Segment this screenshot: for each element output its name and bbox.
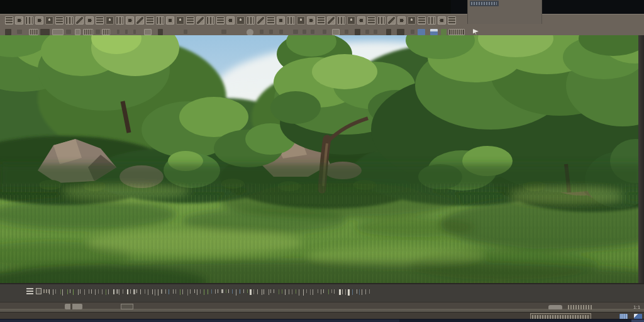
tool-icon[interactable] (17, 30, 22, 34)
tool-icon[interactable] (40, 29, 50, 35)
tool-icon[interactable] (411, 30, 414, 34)
toolbar-icon[interactable] (317, 16, 325, 25)
tool-icon[interactable] (133, 30, 136, 34)
tool-icon[interactable] (5, 29, 11, 35)
toolbar-icon[interactable] (126, 16, 134, 25)
render-viewport[interactable] (0, 35, 644, 283)
toolbar-icon[interactable] (418, 16, 426, 25)
toolbar-icon[interactable] (377, 16, 386, 25)
tool-icon[interactable] (260, 30, 264, 34)
field-chip[interactable] (448, 29, 465, 35)
tool-icon[interactable] (311, 30, 314, 34)
frame-button[interactable] (121, 304, 133, 309)
toolbar-icon[interactable] (75, 16, 84, 25)
toolbar-icon[interactable] (35, 16, 43, 25)
floating-panel[interactable] (467, 0, 542, 24)
bottom-edge-line (0, 319, 644, 322)
toolbar-icon[interactable] (226, 16, 235, 25)
toolbar-icon[interactable] (146, 16, 154, 25)
toolbar-icon[interactable] (55, 16, 64, 25)
toolbar-icon[interactable] (166, 16, 174, 25)
terrain-thumb-icon[interactable] (548, 305, 562, 309)
tool-icon[interactable] (365, 30, 369, 34)
toolbar-icon[interactable] (5, 16, 13, 25)
tool-icon[interactable] (269, 30, 273, 34)
toolbar-icon[interactable] (347, 16, 355, 25)
slider-handle[interactable] (65, 304, 82, 309)
toolbar-icon[interactable] (86, 16, 94, 25)
tool-icon[interactable] (332, 29, 340, 35)
toolbar-icon[interactable] (206, 16, 214, 25)
toolbar-icon[interactable] (387, 16, 396, 25)
toolbar-icon[interactable] (25, 16, 33, 25)
field-chip[interactable] (83, 29, 93, 35)
tool-icon[interactable] (52, 29, 64, 35)
tool-icon-green[interactable] (441, 29, 447, 35)
tool-icon[interactable] (117, 30, 119, 34)
tool-icon[interactable] (293, 30, 298, 34)
tool-icon[interactable] (397, 29, 404, 35)
toolbar-icon[interactable] (136, 16, 144, 25)
toolbar-icon[interactable] (438, 16, 446, 25)
tool-icon[interactable] (66, 30, 71, 34)
toolbar-icon[interactable] (267, 16, 275, 25)
toolbar-icon[interactable] (448, 16, 456, 25)
toolbar-icon[interactable] (297, 16, 305, 25)
timeline-tick (70, 289, 70, 293)
tool-icon[interactable] (345, 30, 348, 34)
timeline-tick (173, 289, 174, 294)
tool-icon[interactable] (279, 30, 283, 34)
toolbar-icon[interactable] (236, 16, 245, 25)
toolbar-icon[interactable] (216, 16, 225, 25)
timeline-tick (133, 289, 135, 294)
timeline-tick (228, 289, 229, 293)
tool-icon[interactable] (144, 29, 152, 35)
application-window: 1:1 (0, 0, 644, 322)
toolbar-icon[interactable] (287, 16, 295, 25)
toolbar-icon[interactable] (156, 16, 164, 25)
timeline-tick (253, 289, 254, 294)
toolbar-icon[interactable] (116, 16, 124, 25)
tool-icon-blue[interactable] (418, 29, 425, 35)
tool-icon-blue[interactable] (430, 29, 438, 35)
toolbar-icon[interactable] (337, 16, 345, 25)
toolbar-icon[interactable] (357, 16, 365, 25)
tool-icon[interactable] (386, 29, 391, 35)
timeline-bar[interactable] (0, 283, 644, 302)
timeline-tick (80, 289, 80, 294)
timeline-tick (190, 289, 191, 294)
tool-icon[interactable] (158, 29, 163, 35)
toolbar-icon[interactable] (106, 16, 114, 25)
toolbar-icon[interactable] (307, 16, 315, 25)
toolbar-icon[interactable] (186, 16, 194, 25)
toolbar-icon[interactable] (15, 16, 23, 25)
field-chip[interactable] (102, 29, 110, 35)
timeline-tick (328, 289, 329, 294)
tool-icon[interactable] (355, 29, 360, 35)
toolbar-icon[interactable] (367, 16, 375, 25)
toolbar-icon[interactable] (196, 16, 204, 25)
toolbar-icon[interactable] (408, 16, 416, 25)
tool-icon[interactable] (96, 30, 100, 34)
panel-tab[interactable] (470, 1, 499, 6)
tool-icon[interactable] (125, 30, 128, 34)
toolbar-icon[interactable] (176, 16, 184, 25)
cursor-icon[interactable] (473, 29, 479, 35)
tool-icon[interactable] (374, 30, 377, 34)
timeline-tick (91, 289, 92, 294)
toolbar-icon[interactable] (65, 16, 74, 25)
toolbar-icon[interactable] (257, 16, 265, 25)
tool-icon[interactable] (323, 30, 326, 34)
toolbar-icon[interactable] (45, 16, 53, 25)
toolbar-icon[interactable] (397, 16, 406, 25)
tool-icon[interactable] (184, 30, 187, 34)
tool-icon[interactable] (221, 30, 226, 34)
toolbar-icon[interactable] (247, 16, 255, 25)
toolbar-icon[interactable] (96, 16, 104, 25)
tool-icon[interactable] (303, 30, 306, 34)
toolbar-icon[interactable] (428, 16, 436, 25)
toolbar-icon[interactable] (277, 16, 285, 25)
field-chip[interactable] (29, 29, 38, 35)
toolbar-icon[interactable] (327, 16, 335, 25)
tool-icon[interactable] (75, 29, 80, 35)
